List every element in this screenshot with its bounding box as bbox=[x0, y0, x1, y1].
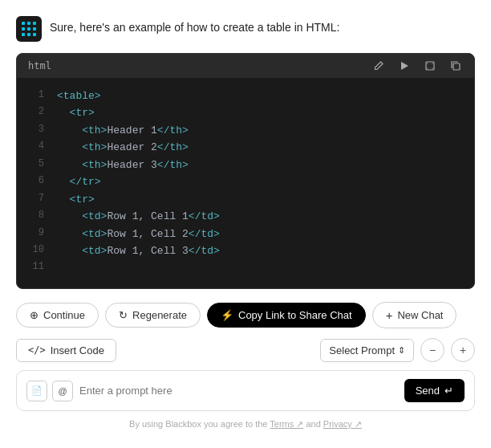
svg-rect-2 bbox=[27, 22, 30, 25]
plus-icon: + bbox=[386, 308, 393, 322]
plus-icon: + bbox=[460, 344, 466, 356]
code-header: html bbox=[17, 54, 474, 78]
terms-link[interactable]: Terms ↗ bbox=[270, 419, 303, 429]
copy-link-button[interactable]: ⚡ Copy Link to Share Chat bbox=[207, 303, 366, 328]
code-language-label: html bbox=[28, 60, 51, 71]
send-button[interactable]: Send ↵ bbox=[404, 379, 465, 402]
copy-link-label: Copy Link to Share Chat bbox=[238, 309, 352, 321]
svg-rect-4 bbox=[22, 27, 25, 31]
select-prompt-label: Select Prompt bbox=[329, 344, 395, 356]
regenerate-icon: ↻ bbox=[119, 309, 128, 321]
svg-rect-7 bbox=[22, 33, 25, 36]
edit-code-button[interactable] bbox=[371, 59, 386, 73]
new-chat-button[interactable]: + New Chat bbox=[372, 302, 457, 328]
toolbar-row: </> Insert Code Select Prompt ⇕ − + bbox=[0, 338, 491, 370]
blackbox-logo-icon bbox=[16, 16, 42, 42]
svg-rect-12 bbox=[453, 63, 460, 70]
right-toolbar: Select Prompt ⇕ − + bbox=[320, 338, 475, 362]
insert-code-button[interactable]: </> Insert Code bbox=[16, 339, 116, 362]
increase-button[interactable]: + bbox=[451, 338, 475, 362]
code-brackets-icon: </> bbox=[28, 344, 46, 356]
at-icon: @ bbox=[58, 386, 67, 396]
intro-text: Sure, here's an example of how to create… bbox=[50, 14, 339, 36]
code-line: 3 <th>Header 1</th> bbox=[30, 122, 461, 139]
document-icon: 📄 bbox=[31, 385, 43, 396]
regenerate-label: Regenerate bbox=[132, 309, 187, 321]
expand-code-button[interactable] bbox=[423, 59, 437, 73]
code-line: 5 <th>Header 3</th> bbox=[30, 157, 461, 173]
svg-rect-5 bbox=[27, 27, 30, 31]
code-line: 7 <tr> bbox=[30, 191, 461, 208]
input-left-icons: 📄 @ bbox=[26, 381, 73, 401]
chevron-icon: ⇕ bbox=[398, 345, 405, 356]
send-icon: ↵ bbox=[444, 385, 453, 397]
code-line: 9 <td>Row 1, Cell 2</td> bbox=[30, 226, 461, 242]
run-code-button[interactable] bbox=[397, 59, 412, 73]
code-line: 2 <tr> bbox=[30, 104, 461, 121]
continue-button[interactable]: ⊕ Continue bbox=[16, 303, 99, 328]
svg-rect-6 bbox=[33, 27, 36, 31]
new-chat-label: New Chat bbox=[397, 309, 443, 321]
code-line: 6 </tr> bbox=[30, 173, 461, 190]
code-line: 11 bbox=[30, 259, 461, 275]
minus-icon: − bbox=[429, 344, 436, 356]
footer-text: By using Blackbox you agree to the Terms… bbox=[129, 419, 362, 429]
link-icon: ⚡ bbox=[221, 309, 233, 321]
privacy-link[interactable]: Privacy ↗ bbox=[323, 419, 362, 429]
footer: By using Blackbox you agree to the Terms… bbox=[0, 419, 491, 441]
decrease-button[interactable]: − bbox=[420, 338, 444, 362]
insert-code-label: Insert Code bbox=[51, 344, 104, 356]
prompt-input[interactable] bbox=[79, 385, 398, 397]
code-line: 1<table> bbox=[30, 88, 461, 104]
continue-icon: ⊕ bbox=[30, 309, 39, 321]
message-container: Sure, here's an example of how to create… bbox=[0, 0, 491, 53]
action-buttons-row: ⊕ Continue ↻ Regenerate ⚡ Copy Link to S… bbox=[0, 302, 491, 338]
code-action-buttons bbox=[371, 59, 463, 73]
code-line: 10 <td>Row 1, Cell 3</td> bbox=[30, 242, 461, 259]
code-body: 1<table> 2 <tr> 3 <th>Header 1</th> 4 <t… bbox=[17, 78, 474, 288]
svg-rect-3 bbox=[33, 22, 36, 25]
svg-rect-8 bbox=[27, 33, 30, 36]
svg-marker-10 bbox=[401, 62, 408, 70]
continue-label: Continue bbox=[43, 309, 85, 321]
copy-code-button[interactable] bbox=[448, 59, 463, 73]
code-block: html 1<table> 2 <tr> 3 <th>Header 1</th>… bbox=[16, 53, 475, 289]
code-line: 8 <td>Row 1, Cell 1</td> bbox=[30, 208, 461, 225]
at-icon-button[interactable]: @ bbox=[52, 381, 73, 401]
document-icon-button[interactable]: 📄 bbox=[26, 381, 47, 401]
select-prompt-button[interactable]: Select Prompt ⇕ bbox=[320, 339, 414, 362]
input-area: 📄 @ Send ↵ bbox=[16, 370, 475, 411]
send-label: Send bbox=[416, 385, 440, 397]
svg-rect-1 bbox=[22, 22, 25, 25]
svg-rect-9 bbox=[33, 33, 36, 36]
code-line: 4 <th>Header 2</th> bbox=[30, 139, 461, 156]
regenerate-button[interactable]: ↻ Regenerate bbox=[105, 303, 201, 328]
